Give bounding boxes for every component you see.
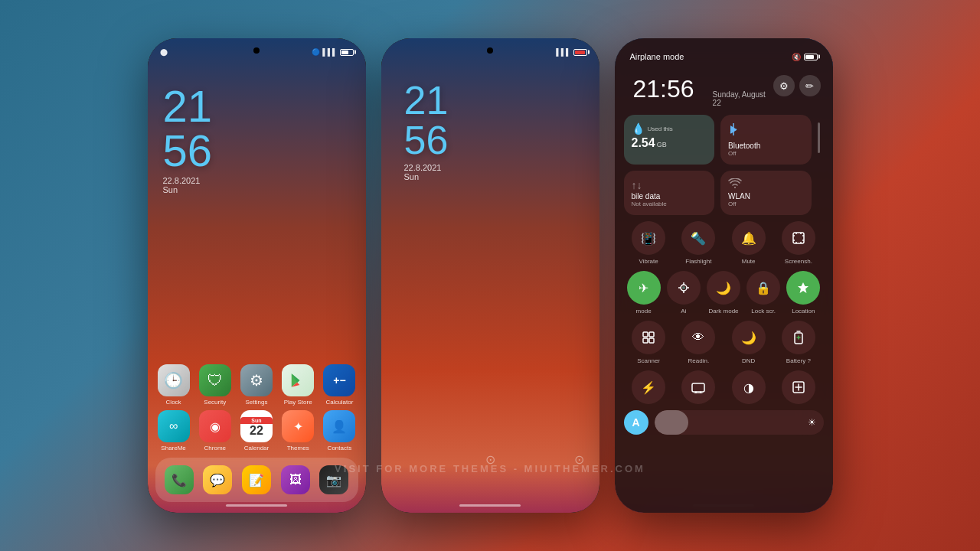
clock-date-2: 22.8.2021: [404, 163, 449, 172]
cc-tile-mobiledata[interactable]: ↑↓ bile data Not available: [624, 171, 715, 215]
app-label-clock: Clock: [166, 399, 181, 406]
cc-action-btn-mute: 🔔: [732, 221, 766, 255]
cc-mode-btn-ai: [667, 271, 701, 305]
app-icon-contacts: 👤: [323, 410, 355, 442]
battery-icon-2: [573, 49, 587, 56]
app-grid-1: 🕒 Clock 🛡 Security ⚙ Settings: [155, 364, 358, 452]
spacer-2: [818, 171, 824, 215]
app-settings[interactable]: ⚙ Settings: [238, 364, 275, 406]
clock-day-1: Sun: [163, 185, 213, 194]
cc-action-screenshot[interactable]: Screensh.: [782, 221, 815, 265]
app-label-contacts: Contacts: [328, 445, 352, 452]
cc-bottom-row: Scanner 👁 Readin. 🌙 DND: [624, 321, 824, 364]
signal-icon-2: ▌▌▌: [556, 48, 570, 56]
cc-avatar[interactable]: A: [624, 410, 648, 435]
app-themes[interactable]: ✦ Themes: [279, 410, 316, 452]
app-icon-settings: ⚙: [240, 364, 273, 396]
cc-extra-4[interactable]: [782, 370, 815, 404]
cc-bluetooth-label: Bluetooth: [728, 142, 804, 150]
cc-mode-lockscreen[interactable]: 🔒 Lock scr.: [746, 271, 780, 315]
punch-hole-2: [487, 47, 493, 54]
cc-mode-label-ai: Ai: [681, 308, 686, 315]
cc-action-btn-flashlight: 🔦: [681, 221, 715, 255]
watermark: VISIT FOR MORE THEMES - MIUITHEMER.COM: [335, 463, 645, 474]
cc-mode-location[interactable]: Location: [786, 271, 820, 315]
cc-mode-darkmode[interactable]: 🌙 Dark mode: [707, 271, 740, 315]
cc-mode-ai[interactable]: Ai: [667, 271, 701, 315]
app-label-playstore: Play Store: [284, 399, 312, 406]
app-icon-themes: ✦: [282, 410, 314, 442]
cc-extra-2[interactable]: [681, 370, 715, 404]
clock-min-2: 56: [404, 120, 449, 160]
dock-gallery[interactable]: 🖼: [281, 465, 310, 494]
app-label-chrome: Chrome: [204, 445, 226, 452]
cc-bottom-scanner[interactable]: Scanner: [632, 321, 665, 364]
dock-icon-gallery: 🖼: [281, 465, 310, 494]
cc-slider-row: A ☀: [624, 410, 824, 435]
wlan-icon: [728, 179, 742, 191]
dock-messages[interactable]: 💬: [203, 465, 232, 494]
cc-wlan-sub: Off: [728, 201, 804, 207]
cc-action-mute[interactable]: 🔔 Mute: [732, 221, 766, 265]
cc-bottom-battery[interactable]: Battery ?: [782, 321, 815, 364]
app-security[interactable]: 🛡 Security: [197, 364, 234, 406]
app-shareme[interactable]: ∞ ShareMe: [155, 410, 192, 452]
cc-mode-row: ✈ mode Ai 🌙 Dark mode: [624, 271, 824, 315]
cc-action-label-vibrate: Vibrate: [639, 258, 658, 265]
nav-bar-1: [226, 504, 287, 507]
cc-tile-data[interactable]: 💧 Used this 2.54 GB: [624, 115, 715, 165]
svg-rect-5: [643, 338, 648, 343]
dock-phone[interactable]: 📞: [165, 465, 194, 494]
app-contacts[interactable]: 👤 Contacts: [321, 410, 358, 452]
bluetooth-status-icon: 🔵: [312, 48, 320, 56]
status-right-2: ▌▌▌: [556, 48, 586, 56]
cc-mode-airplane[interactable]: ✈ mode: [627, 271, 661, 315]
cc-extra-btn-4: [782, 370, 815, 404]
cc-settings-icon-btn[interactable]: ⚙: [773, 75, 795, 96]
cc-mode-label-darkmode: Dark mode: [708, 308, 738, 315]
clock-hour-1: 21: [163, 84, 213, 129]
cc-extra-btn-3: ◑: [732, 370, 766, 404]
app-clock[interactable]: 🕒 Clock: [155, 364, 192, 406]
cc-extra-btn-2: [681, 370, 715, 404]
phone-2: ▌▌▌ 21 56 22.8.2021 Sun ⊙ ⊙: [381, 38, 599, 513]
app-icon-playstore: [282, 364, 314, 396]
app-playstore[interactable]: Play Store: [279, 364, 316, 406]
cc-action-btn-screenshot: [782, 221, 815, 255]
dock-notepad[interactable]: 📝: [242, 465, 271, 494]
cc-extra-3[interactable]: ◑: [732, 370, 766, 404]
cc-bottom-btn-dnd: 🌙: [732, 321, 766, 354]
cc-tile-bluetooth[interactable]: Bluetooth Off: [720, 115, 812, 165]
cc-actions-row: 📳 Vibrate 🔦 Flashlight 🔔 Mute: [624, 221, 824, 265]
dock-1: 📞 💬 📝 🖼 📷: [155, 458, 358, 502]
app-calculator[interactable]: +− Calculator: [321, 364, 358, 406]
cc-time-block: 21:56 Sunday, August 22: [627, 72, 773, 107]
cc-action-flashlight[interactable]: 🔦 Flashlight: [681, 221, 715, 265]
cc-action-label-flashlight: Flashlight: [685, 258, 711, 265]
cc-mode-label-location: Location: [792, 308, 815, 315]
cc-extra-row: ⚡ ◑: [624, 370, 824, 404]
cc-edit-icon-btn[interactable]: ✏: [799, 75, 821, 96]
app-icon-security: 🛡: [199, 364, 231, 396]
cc-bottom-reading[interactable]: 👁 Readin.: [681, 321, 715, 364]
app-calendar[interactable]: Sun 22 Calendar: [238, 410, 275, 452]
cc-avatar-letter: A: [632, 416, 639, 429]
cc-bottom-dnd[interactable]: 🌙 DND: [732, 321, 766, 364]
cc-extra-1[interactable]: ⚡: [632, 370, 665, 404]
cc-data-value: 2.54: [632, 136, 655, 150]
phone-1: ⬤ 🔵 ▌▌▌ 21 56 22.8.2021 Sun 🕒 Clock: [148, 38, 366, 513]
cc-battery-icon: [804, 54, 818, 60]
cc-action-vibrate[interactable]: 📳 Vibrate: [632, 221, 665, 265]
cc-brightness-fill: [655, 410, 688, 435]
svg-rect-8: [692, 383, 704, 392]
clock-day-2: Sun: [404, 172, 449, 181]
app-chrome[interactable]: ◉ Chrome: [197, 410, 234, 452]
app-label-themes: Themes: [287, 445, 309, 452]
app-icon-calendar: Sun 22: [240, 410, 273, 442]
cc-tile-wlan[interactable]: WLAN Off: [720, 171, 812, 215]
cc-brightness-bar[interactable]: ☀: [655, 410, 824, 435]
cc-wlan-label: WLAN: [728, 192, 804, 201]
status-left-1: ⬤: [160, 48, 168, 56]
cc-header-row: 21:56 Sunday, August 22 ⚙ ✏: [624, 72, 824, 107]
svg-point-2: [682, 286, 685, 289]
